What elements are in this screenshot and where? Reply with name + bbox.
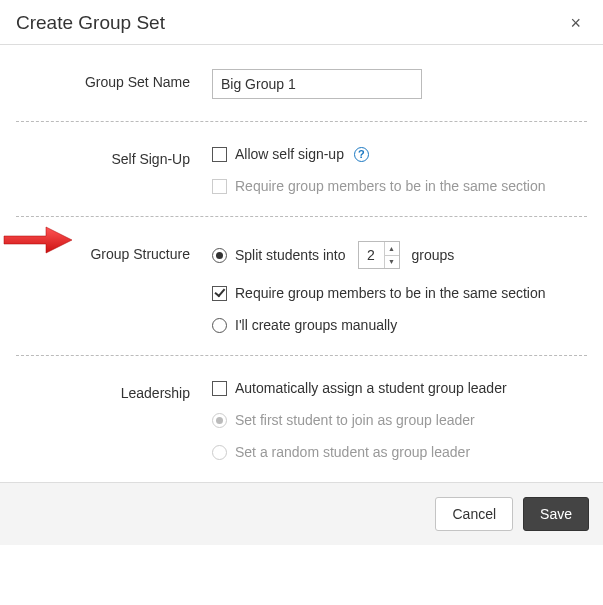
gs-require-same-section-label: Require group members to be in the same … bbox=[235, 285, 546, 301]
first-student-leader-option: Set first student to join as group leade… bbox=[212, 412, 587, 428]
auto-assign-leader-label: Automatically assign a student group lea… bbox=[235, 380, 507, 396]
close-button[interactable]: × bbox=[564, 12, 587, 34]
group-count-stepper[interactable]: 2 ▲ ▼ bbox=[358, 241, 400, 269]
self-sign-up-label: Self Sign-Up bbox=[16, 146, 212, 167]
gs-require-same-section-checkbox[interactable] bbox=[212, 286, 227, 301]
modal-body: Group Set Name Self Sign-Up Allow self s… bbox=[0, 45, 603, 482]
stepper-up-button[interactable]: ▲ bbox=[385, 242, 399, 256]
split-students-post: groups bbox=[412, 247, 455, 263]
modal-header: Create Group Set × bbox=[0, 0, 603, 45]
save-button[interactable]: Save bbox=[523, 497, 589, 531]
auto-assign-leader-option[interactable]: Automatically assign a student group lea… bbox=[212, 380, 587, 396]
split-students-pre: Split students into bbox=[235, 247, 346, 263]
group-set-name-input[interactable] bbox=[212, 69, 422, 99]
split-students-option[interactable]: Split students into 2 ▲ ▼ groups bbox=[212, 241, 587, 269]
modal-footer: Cancel Save bbox=[0, 482, 603, 545]
section-self-sign-up: Self Sign-Up Allow self sign-up ? Requir… bbox=[16, 122, 587, 217]
ssu-require-same-section-label: Require group members to be in the same … bbox=[235, 178, 546, 194]
random-student-leader-radio bbox=[212, 445, 227, 460]
stepper-down-button[interactable]: ▼ bbox=[385, 256, 399, 269]
random-student-leader-label: Set a random student as group leader bbox=[235, 444, 470, 460]
create-group-set-modal: Create Group Set × Group Set Name bbox=[0, 0, 603, 545]
manual-groups-radio[interactable] bbox=[212, 318, 227, 333]
manual-groups-label: I'll create groups manually bbox=[235, 317, 397, 333]
ssu-require-same-section-checkbox bbox=[212, 179, 227, 194]
cancel-button[interactable]: Cancel bbox=[435, 497, 513, 531]
leadership-label: Leadership bbox=[16, 380, 212, 401]
split-students-radio[interactable] bbox=[212, 248, 227, 263]
allow-self-sign-up-label: Allow self sign-up bbox=[235, 146, 344, 162]
auto-assign-leader-checkbox[interactable] bbox=[212, 381, 227, 396]
section-group-structure: Group Structure Split students into 2 ▲ … bbox=[16, 217, 587, 356]
section-group-set-name: Group Set Name bbox=[16, 45, 587, 122]
section-leadership: Leadership Automatically assign a studen… bbox=[16, 356, 587, 482]
group-count-value: 2 bbox=[359, 242, 384, 268]
modal-title: Create Group Set bbox=[16, 12, 165, 34]
help-icon[interactable]: ? bbox=[354, 147, 369, 162]
group-structure-label: Group Structure bbox=[16, 241, 212, 262]
first-student-leader-radio bbox=[212, 413, 227, 428]
manual-groups-option[interactable]: I'll create groups manually bbox=[212, 317, 587, 333]
allow-self-sign-up-checkbox[interactable] bbox=[212, 147, 227, 162]
random-student-leader-option: Set a random student as group leader bbox=[212, 444, 587, 460]
group-set-name-label: Group Set Name bbox=[16, 69, 212, 90]
allow-self-sign-up-option[interactable]: Allow self sign-up ? bbox=[212, 146, 587, 162]
gs-require-same-section-option[interactable]: Require group members to be in the same … bbox=[212, 285, 587, 301]
first-student-leader-label: Set first student to join as group leade… bbox=[235, 412, 475, 428]
ssu-require-same-section-option: Require group members to be in the same … bbox=[212, 178, 587, 194]
